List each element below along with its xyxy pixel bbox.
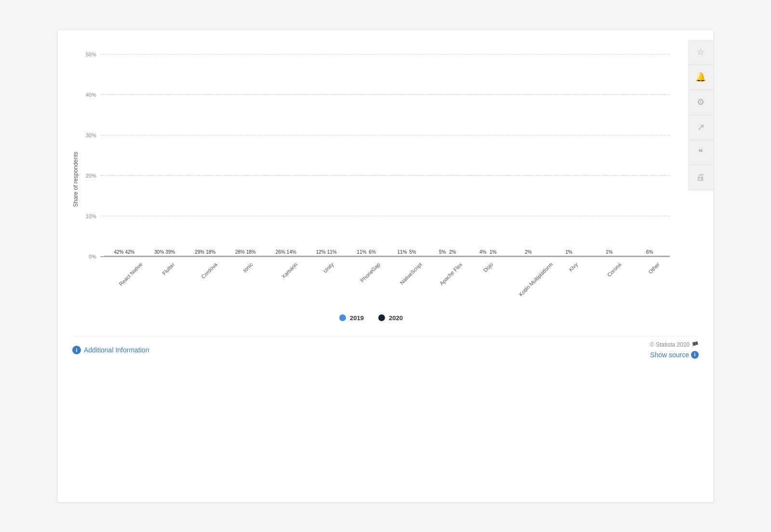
- show-source-label: Show source: [650, 351, 689, 359]
- bar-group: 30%39%: [145, 54, 185, 256]
- bell-button[interactable]: 🔔: [688, 65, 713, 90]
- bar-group: 2%: [508, 54, 549, 256]
- legend-2020: 2020: [378, 314, 403, 322]
- legend-2020-label: 2020: [389, 314, 403, 322]
- bar-group: 11%5%: [387, 54, 427, 256]
- footer: i Additional Information © Statista 2020…: [72, 336, 699, 359]
- star-button[interactable]: ☆: [688, 40, 713, 65]
- quote-button[interactable]: ❝: [688, 140, 713, 165]
- bar-group: 1%: [548, 54, 589, 256]
- legend-2019-dot: [339, 314, 346, 321]
- additional-info-label: Additional Information: [84, 346, 149, 354]
- legend-2019-label: 2019: [350, 314, 364, 322]
- bar-group: 42%42%: [104, 54, 145, 256]
- bar-group: 29%18%: [185, 54, 226, 256]
- info-icon: i: [72, 346, 81, 354]
- sidebar-icons: ☆ 🔔 ⚙ ↗ ❝ 🖨: [688, 40, 713, 190]
- bar-group: 28%18%: [226, 54, 266, 256]
- bar-group: 11%6%: [346, 54, 387, 256]
- source-info-icon: i: [691, 351, 699, 359]
- bar-group: 12%11%: [306, 54, 346, 256]
- chart-legend: 2019 2020: [72, 314, 670, 322]
- share-button[interactable]: ↗: [688, 115, 713, 140]
- flag-icon: 🏴: [691, 341, 699, 348]
- additional-info-link[interactable]: i Additional Information: [72, 346, 149, 354]
- footer-right: © Statista 2020 🏴 Show source i: [650, 341, 699, 359]
- bar-group: 26%14%: [266, 54, 306, 256]
- print-button[interactable]: 🖨: [688, 165, 713, 190]
- bar-group: 6%: [629, 54, 670, 256]
- legend-2019: 2019: [339, 314, 364, 322]
- statista-credit: © Statista 2020 🏴: [650, 341, 699, 348]
- gear-button[interactable]: ⚙: [688, 90, 713, 115]
- show-source-link[interactable]: Show source i: [650, 351, 699, 359]
- chart-card: ☆ 🔔 ⚙ ↗ ❝ 🖨 Share of respondents 50%: [58, 30, 713, 502]
- bar-group: 5%2%: [427, 54, 468, 256]
- bar-group: 1%: [589, 54, 629, 256]
- chart-area: Share of respondents 50% 40%: [72, 54, 670, 322]
- legend-2020-dot: [378, 314, 385, 321]
- y-axis-label: Share of respondents: [72, 54, 79, 305]
- bar-group: 4%1%: [468, 54, 508, 256]
